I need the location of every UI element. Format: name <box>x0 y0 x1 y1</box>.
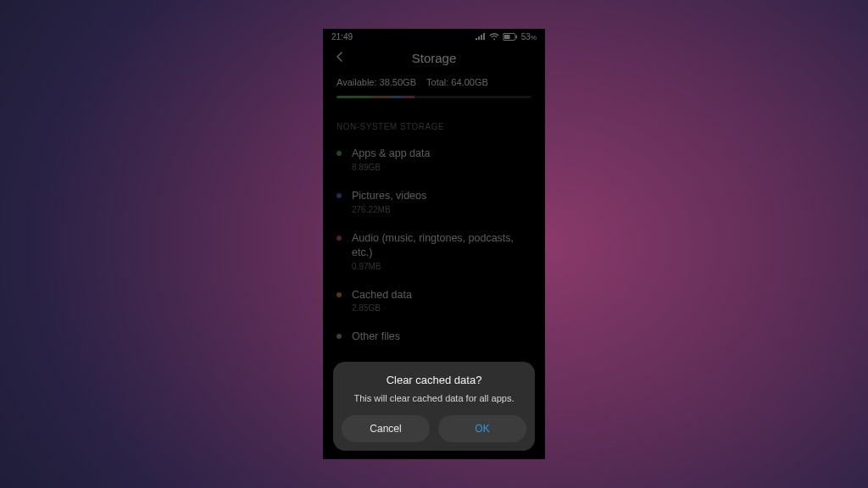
dialog-title: Clear cached data? <box>342 374 526 386</box>
cancel-button[interactable]: Cancel <box>342 415 430 442</box>
ok-button[interactable]: OK <box>438 415 526 442</box>
dialog-buttons: Cancel OK <box>342 415 526 442</box>
phone-frame: 21:49 53% Storage Available: 38.50GB Tot… <box>323 29 545 459</box>
clear-cache-dialog: Clear cached data? This will clear cache… <box>333 362 535 451</box>
dialog-message: This will clear cached data for all apps… <box>342 393 526 403</box>
